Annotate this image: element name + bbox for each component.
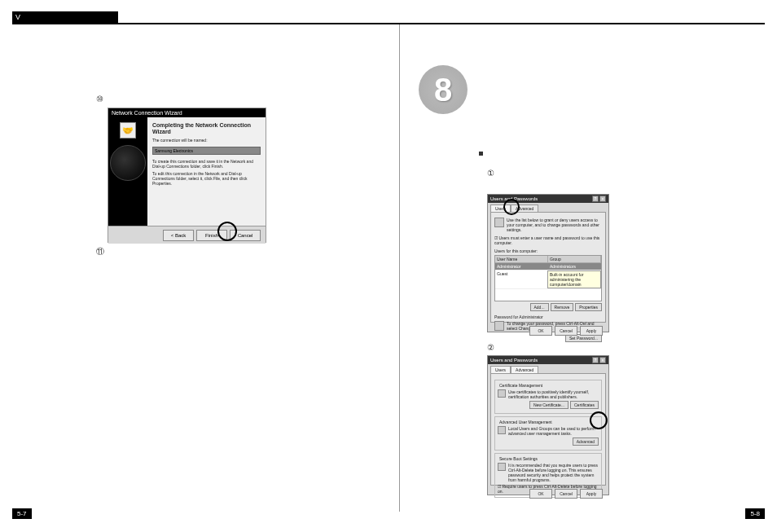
step-10: ⑩ bbox=[96, 95, 103, 103]
chapter-number: 8 bbox=[419, 65, 468, 114]
page-divider bbox=[399, 24, 400, 512]
wizard-title: Network Connection Wizard bbox=[108, 108, 266, 117]
certificate-icon bbox=[498, 389, 506, 398]
d2-title-bar: Users and Passwords ? × bbox=[488, 356, 608, 364]
tab-users[interactable]: Users bbox=[490, 366, 511, 373]
new-cert-button[interactable]: New Certificate... bbox=[529, 401, 568, 409]
header-text: V bbox=[15, 13, 20, 21]
boot-desc: It is recommended that you require users… bbox=[508, 463, 599, 482]
remove-button[interactable]: Remove bbox=[551, 303, 574, 311]
properties-button[interactable]: Properties bbox=[575, 303, 602, 311]
wizard-line3: To edit this connection in the Network a… bbox=[152, 171, 261, 186]
certificates-button[interactable]: Certificates bbox=[570, 401, 599, 409]
cancel-button[interactable]: Cancel bbox=[555, 489, 577, 499]
table-row[interactable]: Administrator Administrators bbox=[495, 263, 601, 270]
step-2: ② bbox=[487, 343, 494, 352]
password-section-label: Password for Administrator bbox=[494, 314, 602, 319]
d1-desc: Use the list below to grant or deny user… bbox=[507, 218, 602, 232]
cancel-button[interactable]: Cancel bbox=[555, 326, 577, 336]
network-wizard-dialog: Network Connection Wizard 🤝 Completing t… bbox=[108, 108, 266, 243]
page-num-left: 5-7 bbox=[12, 508, 32, 519]
col-username: User Name bbox=[495, 256, 548, 262]
users-list-label: Users for this computer: bbox=[494, 248, 602, 253]
lock-icon bbox=[498, 463, 506, 471]
users-passwords-dialog-2: Users and Passwords ? × Users Advanced C… bbox=[487, 355, 609, 495]
tab-advanced[interactable]: Advanced bbox=[511, 366, 538, 373]
tooltip: Built-in account for administering the c… bbox=[547, 270, 601, 288]
d1-title: Users and Passwords bbox=[490, 196, 538, 201]
wizard-heading: Completing the Network Connection Wizard bbox=[152, 122, 261, 134]
wizard-content: Completing the Network Connection Wizard… bbox=[147, 117, 266, 226]
users-table: User Name Group Administrator Administra… bbox=[494, 255, 602, 301]
tab-advanced[interactable]: Advanced bbox=[511, 204, 538, 212]
help-icon[interactable]: ? bbox=[592, 357, 599, 363]
users-group-icon bbox=[498, 426, 506, 434]
handshake-icon: 🤝 bbox=[120, 122, 136, 138]
cancel-button[interactable]: Cancel bbox=[230, 230, 261, 241]
secure-boot-label: Secure Boot Settings bbox=[498, 456, 539, 461]
finish-button[interactable]: Finish bbox=[196, 230, 227, 241]
wizard-sidebar: 🤝 bbox=[108, 117, 147, 226]
apply-button[interactable]: Apply bbox=[580, 489, 603, 499]
wizard-line1: The connection will be named: bbox=[152, 138, 261, 143]
col-group: Group bbox=[548, 256, 601, 262]
header-tab: V bbox=[12, 11, 118, 24]
advanced-button[interactable]: Advanced bbox=[573, 437, 599, 446]
require-password-checkbox[interactable]: ☑ Users must enter a user name and passw… bbox=[494, 235, 602, 245]
d2-title: Users and Passwords bbox=[490, 358, 538, 363]
add-button[interactable]: Add... bbox=[530, 303, 549, 311]
marker-dot bbox=[479, 152, 483, 156]
adv-desc: Local Users and Groups can be used to pe… bbox=[508, 426, 599, 436]
header-rule bbox=[12, 23, 765, 24]
ok-button[interactable]: OK bbox=[529, 326, 552, 336]
step-11: ⑪ bbox=[96, 246, 104, 257]
close-icon[interactable]: × bbox=[599, 196, 606, 202]
d1-title-bar: Users and Passwords ? × bbox=[488, 195, 608, 203]
cert-desc: Use certificates to positively identify … bbox=[508, 389, 599, 399]
adv-user-mgmt-label: Advanced User Management bbox=[498, 420, 554, 424]
apply-button[interactable]: Apply bbox=[580, 326, 603, 336]
page-num-right: 5-8 bbox=[745, 508, 765, 519]
close-icon[interactable]: × bbox=[599, 357, 606, 363]
users-passwords-dialog-1: Users and Passwords ? × Users Advanced U… bbox=[487, 194, 609, 332]
back-button[interactable]: < Back bbox=[163, 230, 194, 241]
table-row[interactable]: Guest Built-in account for administering… bbox=[495, 270, 601, 289]
cert-mgmt-label: Certificate Management bbox=[498, 383, 544, 388]
tab-users[interactable]: Users bbox=[490, 204, 511, 212]
connection-name-input[interactable] bbox=[152, 147, 261, 155]
wizard-button-row: < Back Finish Cancel bbox=[108, 226, 266, 244]
step-1: ① bbox=[487, 169, 494, 178]
globe-icon bbox=[110, 145, 146, 181]
help-icon[interactable]: ? bbox=[592, 196, 599, 202]
ok-button[interactable]: OK bbox=[529, 489, 552, 499]
wizard-line2: To create this connection and save it in… bbox=[152, 159, 261, 169]
users-icon bbox=[494, 218, 504, 227]
